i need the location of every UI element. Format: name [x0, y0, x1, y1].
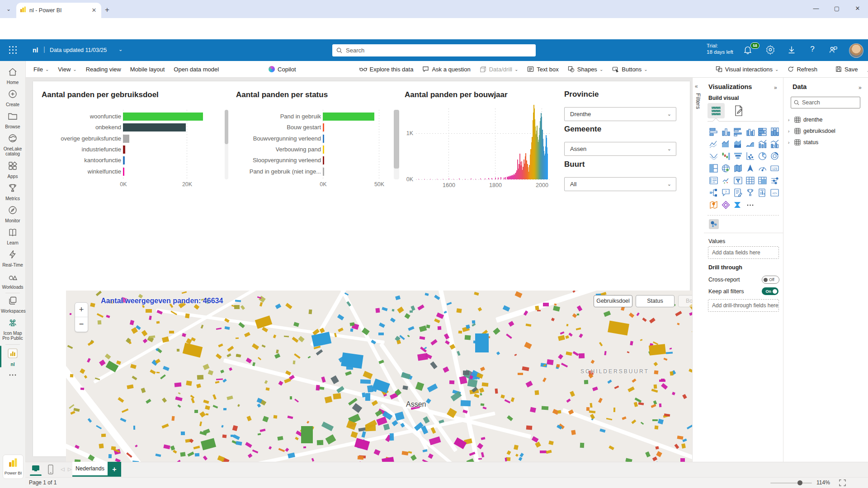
add-page-button[interactable]: +	[108, 462, 121, 477]
menu-item-mobile-layout[interactable]: Mobile layout	[126, 66, 170, 73]
menu-item-refresh[interactable]: Refresh	[783, 66, 822, 73]
menu-item-data-drill[interactable]: Data/drill⌄	[475, 66, 523, 73]
data-field-status[interactable]: ›status	[788, 139, 818, 145]
slicer-dropdown-provincie[interactable]: Drenthe⌄	[564, 107, 676, 121]
visual-type-scatter-icon[interactable]	[744, 150, 756, 162]
sidebar-item--[interactable]	[0, 370, 25, 382]
sidebar-item-onelake-catalog[interactable]: OneLake catalog	[0, 133, 25, 156]
slicer-dropdown-gemeente[interactable]: Assen⌄	[564, 142, 676, 156]
visual-type-table-icon[interactable]	[744, 174, 756, 187]
visual-type-pct-bar-icon[interactable]	[756, 126, 769, 138]
visual-type-pie-icon[interactable]	[756, 150, 769, 162]
chart-scrollbar[interactable]	[225, 110, 228, 179]
visual-type-matrix-icon[interactable]	[756, 174, 769, 187]
visual-type-stacked-column-icon[interactable]	[720, 126, 732, 138]
visual-type-card-123-icon[interactable]: 123	[769, 162, 781, 174]
expand-chevron-icon[interactable]: ›	[788, 129, 794, 134]
expand-chevron-icon[interactable]: ›	[788, 117, 794, 122]
visual-type-donut-icon[interactable]	[769, 150, 781, 162]
menu-item-open-data-model[interactable]: Open data model	[169, 66, 223, 73]
add-data-fields-dropzone[interactable]: Add data fields here	[708, 246, 779, 259]
visual-type-qa-icon[interactable]: ?	[720, 187, 732, 199]
visual-type-icon-map-pro-icon[interactable]	[708, 199, 720, 211]
tab-search-chevron-icon[interactable]: ⌄	[4, 4, 14, 14]
menu-item-reading-view[interactable]: Reading view	[81, 66, 126, 73]
visual-type-ribbon-area-icon[interactable]	[744, 138, 756, 150]
tab-close-icon[interactable]: ✕	[90, 7, 98, 14]
sidebar-item-workspaces[interactable]: Workspaces	[0, 295, 25, 314]
zoom-out-button[interactable]: −	[75, 317, 88, 332]
visual-type-clustered-bar-icon[interactable]	[732, 126, 744, 138]
map-mode-gebruiksdoel-button[interactable]: Gebruiksdoel	[594, 295, 632, 307]
visual-type-field-params-icon[interactable]	[769, 174, 781, 187]
visual-type-pct-column-icon[interactable]	[769, 126, 781, 138]
filters-expand-icon[interactable]: «	[695, 83, 698, 89]
menu-item-file[interactable]: File⌄	[29, 66, 53, 73]
visual-type-azure-map-icon[interactable]	[744, 162, 756, 174]
menu-item-buttons[interactable]: Buttons⌄	[608, 66, 652, 73]
visualizations-collapse-icon[interactable]: »	[774, 84, 777, 91]
zoom-in-button[interactable]: +	[75, 303, 88, 317]
icon-map-visual[interactable]: VREE SCHILDERSBUURT Assen Amelt Aantal w…	[66, 291, 723, 488]
mobile-layout-button[interactable]	[47, 464, 54, 477]
visual-type-gauge-icon[interactable]	[756, 162, 769, 174]
menu-item-shapes[interactable]: Shapes⌄	[563, 66, 608, 73]
help-icon[interactable]: ?	[808, 45, 816, 56]
visual-type-funnel-icon[interactable]	[732, 150, 744, 162]
sidebar-item-nl[interactable]: nl	[0, 347, 25, 367]
sidebar-item-create[interactable]: Create	[0, 89, 25, 107]
slicer-dropdown-buurt[interactable]: All⌄	[564, 177, 676, 191]
feedback-icon[interactable]	[828, 45, 839, 56]
data-field-drenthe[interactable]: ›drenthe	[788, 117, 822, 123]
visual-type-slicer-icon[interactable]	[732, 174, 744, 187]
visual-type-goals-icon[interactable]	[744, 187, 756, 199]
visual-type-treemap-icon[interactable]	[708, 162, 720, 174]
menu-item-visual-interactions[interactable]: Visual interactions⌄	[711, 66, 783, 73]
visual-type-area-icon[interactable]	[720, 138, 732, 150]
sidebar-item-browse[interactable]: Browse	[0, 111, 25, 129]
fit-to-page-icon[interactable]	[839, 479, 846, 488]
visual-type-decomp-tree-icon[interactable]	[708, 187, 720, 199]
sidebar-item-apps[interactable]: Apps	[0, 160, 25, 179]
zoom-slider-handle[interactable]	[797, 480, 802, 485]
zoom-slider[interactable]	[770, 483, 812, 483]
expand-chevron-icon[interactable]: ›	[788, 140, 794, 145]
visual-type-map-globe-icon[interactable]	[720, 162, 732, 174]
user-avatar[interactable]	[849, 43, 863, 58]
chart-gebruiksdoel[interactable]: Aantal panden per gebruiksdoel 0K20Kwoon…	[42, 89, 233, 200]
menu-item-copilot[interactable]: Copilot	[264, 66, 300, 73]
visual-type-stacked-bar-icon[interactable]	[708, 126, 720, 138]
menu-item-save[interactable]: Save	[831, 66, 863, 73]
visual-type-kpi-icon[interactable]	[720, 174, 732, 187]
next-page-chevron[interactable]: ▷	[68, 466, 71, 472]
format-visual-tab[interactable]	[732, 104, 745, 117]
visual-type-filled-map-icon[interactable]	[732, 162, 744, 174]
map-mode-status-button[interactable]: Status	[636, 295, 675, 307]
data-updated-label[interactable]: Data updated 11/03/25	[50, 47, 107, 53]
menu-item-view[interactable]: View⌄	[53, 66, 81, 73]
new-tab-button[interactable]: +	[105, 5, 109, 14]
scrollbar-thumb[interactable]	[225, 110, 228, 144]
sidebar-item-workloads[interactable]: Workloads	[0, 271, 25, 290]
chart-bouwjaar[interactable]: Aantal panden per bouwjaar 1600180020000…	[401, 89, 558, 200]
powerbi-switcher-button[interactable]: Power BI	[3, 455, 24, 479]
visual-type-paginated-icon[interactable]	[756, 187, 769, 199]
prev-page-chevron[interactable]: ◁	[61, 466, 64, 472]
cross-report-toggle[interactable]: Off	[762, 276, 779, 284]
keep-all-filters-toggle[interactable]: On	[762, 287, 778, 295]
visual-type-clustered-column-icon[interactable]	[744, 126, 756, 138]
visual-type-stacked-area-icon[interactable]	[732, 138, 744, 150]
sidebar-item-metrics[interactable]: Metrics	[0, 183, 25, 201]
data-field-gebruiksdoel[interactable]: ›gebruiksdoel	[788, 128, 835, 134]
window-maximize-button[interactable]: ▢	[826, 0, 847, 17]
settings-gear-icon[interactable]	[765, 45, 776, 56]
browser-tab[interactable]: nl - Power BI ✕	[16, 3, 101, 18]
visual-type-html-viewer-icon[interactable]: </>	[769, 187, 781, 199]
sidebar-item-home[interactable]: Home	[0, 66, 25, 85]
visual-type-power-automate-icon[interactable]	[732, 199, 744, 211]
visual-type-deneb-icon[interactable]	[720, 199, 732, 211]
visual-type-multi-row-card-icon[interactable]	[708, 174, 720, 187]
scrollbar-thumb[interactable]	[394, 110, 399, 169]
download-icon[interactable]	[787, 45, 797, 56]
visual-type-line-clustered-column-icon[interactable]	[769, 138, 781, 150]
